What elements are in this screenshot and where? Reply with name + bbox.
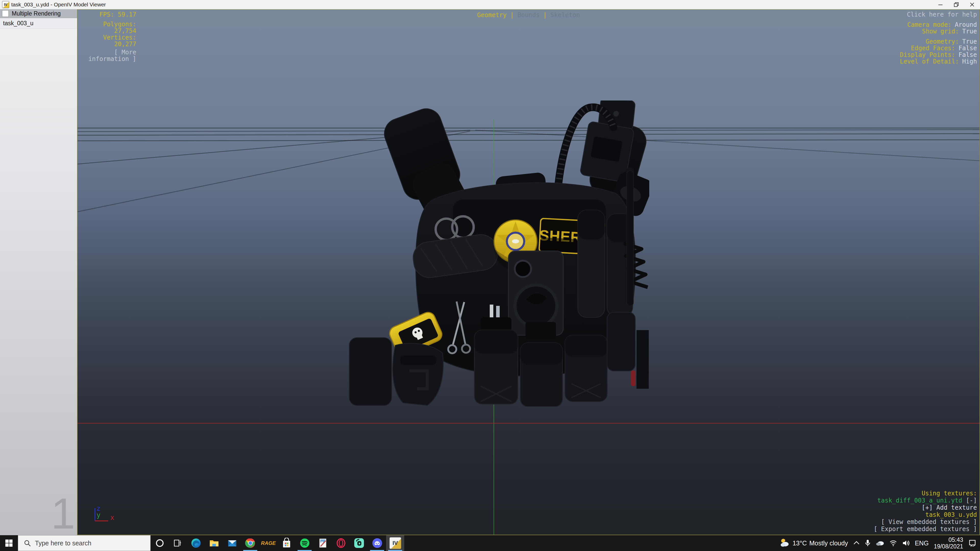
- texture-file-name[interactable]: task_diff_003_a_uni.ytd: [877, 497, 962, 504]
- list-item-task-003-u[interactable]: task_003_u: [0, 18, 77, 29]
- model-list-sidebar: Multiple Rendering task_003_u 1: [0, 9, 77, 535]
- axis-y-label: y: [97, 511, 100, 519]
- view-embedded-textures-button[interactable]: [ View embedded textures ]: [873, 518, 977, 526]
- weather-temperature: 13°C: [792, 540, 807, 547]
- taskbar-item-chrome[interactable]: [241, 535, 259, 551]
- multiple-rendering-label: Multiple Rendering: [12, 10, 61, 17]
- taskbar-item-cortana[interactable]: [151, 535, 169, 551]
- tab-skeleton[interactable]: Skeleton: [550, 12, 580, 18]
- axis-gizmo: z y x: [90, 505, 118, 528]
- remove-texture-button[interactable]: [-]: [966, 497, 977, 504]
- edge-icon: [191, 538, 201, 548]
- polygons-readout: Polygons: 27,754: [78, 21, 136, 34]
- teal-app-icon: [353, 537, 365, 549]
- taskbar-clock[interactable]: 05:43 19/08/2021: [934, 537, 963, 550]
- restore-button[interactable]: [948, 0, 964, 9]
- axis-x-label: x: [110, 514, 115, 521]
- list-item-label: task_003_u: [3, 20, 33, 27]
- fps-readout: FPS: 59.17: [78, 11, 136, 18]
- minimize-icon: [938, 2, 943, 7]
- search-input[interactable]: [35, 539, 132, 547]
- microsoft-store-icon: [281, 538, 292, 548]
- taskbar-search-box[interactable]: [18, 535, 151, 551]
- view-tabs: Geometry | Bounds | Skeleton: [477, 12, 580, 18]
- show-grid-line[interactable]: Show grid:True: [900, 28, 977, 35]
- taskbar-weather[interactable]: 13°C Mostly cloudy: [780, 538, 848, 548]
- windows-logo-icon: [5, 539, 13, 547]
- running-indicator: [370, 550, 384, 551]
- openiv-window-icon: IV: [2, 1, 9, 8]
- microphone-icon[interactable]: [865, 539, 870, 547]
- model-viewport[interactable]: SHERIFF AXON: [77, 9, 980, 535]
- taskbar-item-file-explorer[interactable]: [205, 535, 223, 551]
- windows-taskbar: RAGE: [0, 535, 980, 551]
- left-side-pouch: [349, 338, 391, 405]
- taskbar-item-mail[interactable]: [223, 535, 241, 551]
- running-indicator: [298, 550, 312, 551]
- taskbar-item-teal-app[interactable]: [350, 535, 368, 551]
- multiple-rendering-checkbox[interactable]: [2, 10, 9, 17]
- more-information-link[interactable]: [ More information ]: [78, 49, 136, 62]
- minimize-button[interactable]: [932, 0, 948, 9]
- running-indicator: [388, 550, 402, 551]
- help-link[interactable]: Click here for help: [900, 11, 977, 18]
- spotify-icon: [299, 538, 310, 548]
- tab-geometry[interactable]: Geometry: [477, 12, 507, 18]
- onedrive-icon[interactable]: [876, 540, 884, 546]
- model-file-name: task_003_u.ydd: [873, 511, 977, 518]
- mail-icon: [227, 538, 238, 548]
- language-indicator[interactable]: ENG: [915, 540, 929, 547]
- clock-time: 05:43: [934, 537, 963, 543]
- discord-icon: [372, 537, 383, 549]
- multiple-rendering-row[interactable]: Multiple Rendering: [0, 9, 77, 18]
- using-textures-title: Using textures:: [873, 490, 977, 497]
- baton: [626, 167, 634, 306]
- vertices-readout: Vertices: 20,277: [78, 34, 136, 48]
- sidebar-watermark: 1: [51, 492, 75, 535]
- right-hip-canister: [607, 311, 635, 386]
- taskbar-item-edge[interactable]: [187, 535, 205, 551]
- taskbar-item-rage[interactable]: RAGE: [259, 535, 277, 551]
- tab-separator: |: [543, 12, 547, 18]
- close-button[interactable]: [964, 0, 980, 9]
- camera-mode-line[interactable]: Camera mode:Around: [900, 21, 977, 28]
- taskbar-item-paint[interactable]: [313, 535, 332, 551]
- taskbar-item-microsoft-store[interactable]: [277, 535, 296, 551]
- add-texture-button[interactable]: [+] Add texture: [873, 504, 977, 511]
- window-titlebar: IV task_003_u.ydd - OpenIV Model Viewer: [0, 0, 980, 10]
- search-icon: [24, 540, 31, 547]
- weather-icon: [780, 538, 790, 548]
- right-side-pouch: [636, 330, 649, 389]
- action-center-icon[interactable]: [968, 539, 977, 547]
- start-button[interactable]: [0, 535, 18, 551]
- taskbar-item-task-view[interactable]: [169, 535, 187, 551]
- edged-faces-toggle-line[interactable]: Edged Faces:False: [900, 45, 977, 52]
- world-x-axis-line: [78, 423, 980, 424]
- task-view-icon: [173, 538, 183, 548]
- cortana-icon: [155, 538, 164, 548]
- taskbar-item-openiv[interactable]: IV: [386, 535, 404, 551]
- textures-panel: Using textures: task_diff_003_a_uni.ytd …: [873, 490, 977, 533]
- taskbar-item-opera-gx[interactable]: [332, 535, 350, 551]
- openiv-icon: IV: [390, 537, 401, 549]
- tray-overflow-chevron-icon[interactable]: [853, 540, 860, 546]
- stats-overlay: FPS: 59.17 Polygons: 27,754 Vertices: 20…: [78, 11, 136, 62]
- chrome-icon: [245, 538, 256, 548]
- vest-model[interactable]: SHERIFF AXON: [343, 100, 649, 407]
- taskbar-item-spotify[interactable]: [296, 535, 313, 551]
- geometry-toggle-line[interactable]: Geometry:True: [900, 38, 977, 45]
- texture-file-line: task_diff_003_a_uni.ytd [-]: [873, 497, 977, 504]
- system-tray: 13°C Mostly cloudy ENG 05:43 19/08/2021: [780, 535, 980, 551]
- close-icon: [969, 2, 975, 7]
- volume-icon[interactable]: [902, 540, 910, 547]
- settings-overlay: Click here for help Camera mode:Around S…: [900, 11, 977, 65]
- display-points-toggle-line[interactable]: Display Points:False: [900, 52, 977, 58]
- tab-bounds[interactable]: Bounds: [517, 12, 540, 18]
- restore-icon: [953, 2, 959, 7]
- export-embedded-textures-button[interactable]: [ Export embedded textures ]: [873, 526, 977, 533]
- level-of-detail-line[interactable]: Level of Detail:High: [900, 58, 977, 65]
- taskbar-item-discord[interactable]: [368, 535, 386, 551]
- opera-gx-icon: [336, 538, 346, 548]
- tab-separator: |: [510, 12, 514, 18]
- wifi-icon[interactable]: [889, 540, 897, 546]
